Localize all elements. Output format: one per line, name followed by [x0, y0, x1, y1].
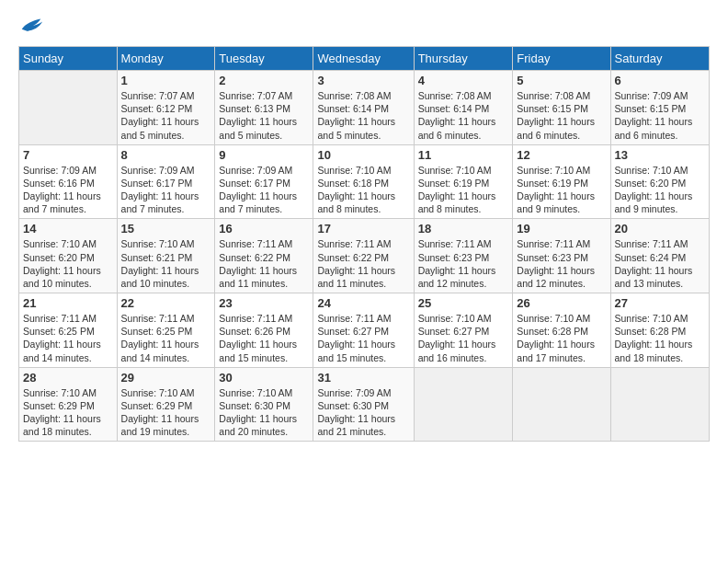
logo-bird-icon	[18, 17, 44, 37]
day-info: Sunrise: 7:10 AM Sunset: 6:19 PM Dayligh…	[418, 164, 509, 216]
calendar-week-row: 7Sunrise: 7:09 AM Sunset: 6:16 PM Daylig…	[19, 144, 710, 219]
day-info: Sunrise: 7:11 AM Sunset: 6:25 PM Dayligh…	[121, 312, 211, 364]
calendar-cell: 22Sunrise: 7:11 AM Sunset: 6:25 PM Dayli…	[117, 293, 215, 368]
calendar-cell: 9Sunrise: 7:09 AM Sunset: 6:17 PM Daylig…	[215, 144, 313, 219]
day-info: Sunrise: 7:08 AM Sunset: 6:14 PM Dayligh…	[317, 89, 409, 142]
day-number: 21	[23, 296, 113, 310]
day-number: 13	[615, 148, 705, 162]
day-number: 31	[317, 371, 409, 385]
day-number: 6	[615, 74, 705, 87]
day-info: Sunrise: 7:10 AM Sunset: 6:28 PM Dayligh…	[517, 312, 606, 364]
day-number: 2	[219, 74, 309, 87]
day-number: 27	[615, 296, 705, 310]
calendar-cell: 24Sunrise: 7:11 AM Sunset: 6:27 PM Dayli…	[313, 293, 414, 368]
day-number: 10	[317, 148, 409, 162]
day-info: Sunrise: 7:09 AM Sunset: 6:17 PM Dayligh…	[219, 164, 309, 216]
page: SundayMondayTuesdayWednesdayThursdayFrid…	[0, 0, 728, 451]
day-number: 14	[23, 222, 113, 236]
calendar-cell: 29Sunrise: 7:10 AM Sunset: 6:29 PM Dayli…	[117, 367, 215, 442]
day-number: 22	[121, 296, 211, 310]
calendar-table: SundayMondayTuesdayWednesdayThursdayFrid…	[18, 46, 710, 442]
calendar-cell: 1Sunrise: 7:07 AM Sunset: 6:12 PM Daylig…	[117, 71, 215, 145]
day-info: Sunrise: 7:11 AM Sunset: 6:22 PM Dayligh…	[317, 237, 409, 290]
day-info: Sunrise: 7:10 AM Sunset: 6:20 PM Dayligh…	[615, 164, 705, 216]
logo	[18, 17, 44, 37]
calendar-cell: 10Sunrise: 7:10 AM Sunset: 6:18 PM Dayli…	[313, 144, 414, 219]
calendar-week-row: 14Sunrise: 7:10 AM Sunset: 6:20 PM Dayli…	[19, 219, 710, 293]
day-number: 3	[317, 74, 409, 87]
day-info: Sunrise: 7:11 AM Sunset: 6:25 PM Dayligh…	[23, 312, 113, 364]
day-number: 19	[517, 222, 606, 236]
day-number: 30	[219, 371, 309, 385]
calendar-cell: 27Sunrise: 7:10 AM Sunset: 6:28 PM Dayli…	[610, 293, 709, 368]
day-info: Sunrise: 7:09 AM Sunset: 6:15 PM Dayligh…	[615, 89, 705, 142]
calendar-cell: 5Sunrise: 7:08 AM Sunset: 6:15 PM Daylig…	[513, 71, 610, 145]
day-number: 7	[23, 148, 113, 162]
day-number: 11	[418, 148, 509, 162]
day-number: 9	[219, 148, 309, 162]
weekday-header: Sunday	[19, 47, 118, 71]
day-info: Sunrise: 7:11 AM Sunset: 6:23 PM Dayligh…	[418, 237, 509, 290]
day-info: Sunrise: 7:09 AM Sunset: 6:16 PM Dayligh…	[23, 164, 113, 216]
calendar-cell: 28Sunrise: 7:10 AM Sunset: 6:29 PM Dayli…	[19, 367, 118, 442]
day-info: Sunrise: 7:10 AM Sunset: 6:21 PM Dayligh…	[121, 237, 211, 290]
calendar-cell	[513, 367, 610, 442]
day-info: Sunrise: 7:10 AM Sunset: 6:29 PM Dayligh…	[23, 386, 113, 439]
day-info: Sunrise: 7:11 AM Sunset: 6:23 PM Dayligh…	[517, 237, 606, 290]
calendar-cell: 3Sunrise: 7:08 AM Sunset: 6:14 PM Daylig…	[313, 71, 414, 145]
weekday-header: Saturday	[610, 47, 709, 71]
calendar-week-row: 28Sunrise: 7:10 AM Sunset: 6:29 PM Dayli…	[19, 367, 710, 442]
calendar-header-row: SundayMondayTuesdayWednesdayThursdayFrid…	[19, 47, 710, 71]
day-number: 26	[517, 296, 606, 310]
weekday-header: Wednesday	[313, 47, 414, 71]
calendar-cell	[610, 367, 709, 442]
calendar-cell: 23Sunrise: 7:11 AM Sunset: 6:26 PM Dayli…	[215, 293, 313, 368]
calendar-cell: 14Sunrise: 7:10 AM Sunset: 6:20 PM Dayli…	[19, 219, 118, 293]
weekday-header: Monday	[117, 47, 215, 71]
day-info: Sunrise: 7:10 AM Sunset: 6:29 PM Dayligh…	[121, 386, 211, 439]
day-info: Sunrise: 7:10 AM Sunset: 6:30 PM Dayligh…	[219, 386, 309, 439]
weekday-header: Friday	[513, 47, 610, 71]
calendar-cell: 16Sunrise: 7:11 AM Sunset: 6:22 PM Dayli…	[215, 219, 313, 293]
calendar-cell: 11Sunrise: 7:10 AM Sunset: 6:19 PM Dayli…	[414, 144, 513, 219]
day-number: 16	[219, 222, 309, 236]
weekday-header: Thursday	[414, 47, 513, 71]
day-number: 12	[517, 148, 606, 162]
day-info: Sunrise: 7:07 AM Sunset: 6:12 PM Dayligh…	[121, 89, 211, 142]
day-info: Sunrise: 7:10 AM Sunset: 6:27 PM Dayligh…	[418, 312, 509, 364]
day-number: 24	[317, 296, 409, 310]
calendar-cell: 19Sunrise: 7:11 AM Sunset: 6:23 PM Dayli…	[513, 219, 610, 293]
calendar-cell: 12Sunrise: 7:10 AM Sunset: 6:19 PM Dayli…	[513, 144, 610, 219]
day-info: Sunrise: 7:10 AM Sunset: 6:28 PM Dayligh…	[615, 312, 705, 364]
calendar-cell: 20Sunrise: 7:11 AM Sunset: 6:24 PM Dayli…	[610, 219, 709, 293]
day-info: Sunrise: 7:10 AM Sunset: 6:18 PM Dayligh…	[317, 164, 409, 216]
day-number: 28	[23, 371, 113, 385]
day-info: Sunrise: 7:09 AM Sunset: 6:30 PM Dayligh…	[317, 386, 409, 439]
day-number: 15	[121, 222, 211, 236]
calendar-cell: 30Sunrise: 7:10 AM Sunset: 6:30 PM Dayli…	[215, 367, 313, 442]
day-info: Sunrise: 7:10 AM Sunset: 6:20 PM Dayligh…	[23, 237, 113, 290]
day-info: Sunrise: 7:07 AM Sunset: 6:13 PM Dayligh…	[219, 89, 309, 142]
header	[18, 17, 710, 37]
day-info: Sunrise: 7:11 AM Sunset: 6:24 PM Dayligh…	[615, 237, 705, 290]
calendar-cell	[19, 71, 118, 145]
day-number: 1	[121, 74, 211, 87]
calendar-cell: 25Sunrise: 7:10 AM Sunset: 6:27 PM Dayli…	[414, 293, 513, 368]
day-number: 8	[121, 148, 211, 162]
calendar-cell: 4Sunrise: 7:08 AM Sunset: 6:14 PM Daylig…	[414, 71, 513, 145]
calendar-week-row: 21Sunrise: 7:11 AM Sunset: 6:25 PM Dayli…	[19, 293, 710, 368]
day-number: 29	[121, 371, 211, 385]
calendar-cell: 2Sunrise: 7:07 AM Sunset: 6:13 PM Daylig…	[215, 71, 313, 145]
calendar-cell: 17Sunrise: 7:11 AM Sunset: 6:22 PM Dayli…	[313, 219, 414, 293]
calendar-cell: 15Sunrise: 7:10 AM Sunset: 6:21 PM Dayli…	[117, 219, 215, 293]
day-info: Sunrise: 7:11 AM Sunset: 6:27 PM Dayligh…	[317, 312, 409, 364]
day-info: Sunrise: 7:11 AM Sunset: 6:26 PM Dayligh…	[219, 312, 309, 364]
calendar-cell: 26Sunrise: 7:10 AM Sunset: 6:28 PM Dayli…	[513, 293, 610, 368]
calendar-cell: 13Sunrise: 7:10 AM Sunset: 6:20 PM Dayli…	[610, 144, 709, 219]
calendar-cell	[414, 367, 513, 442]
day-info: Sunrise: 7:11 AM Sunset: 6:22 PM Dayligh…	[219, 237, 309, 290]
day-info: Sunrise: 7:08 AM Sunset: 6:14 PM Dayligh…	[418, 89, 509, 142]
day-info: Sunrise: 7:08 AM Sunset: 6:15 PM Dayligh…	[517, 89, 606, 142]
day-info: Sunrise: 7:09 AM Sunset: 6:17 PM Dayligh…	[121, 164, 211, 216]
calendar-cell: 21Sunrise: 7:11 AM Sunset: 6:25 PM Dayli…	[19, 293, 118, 368]
